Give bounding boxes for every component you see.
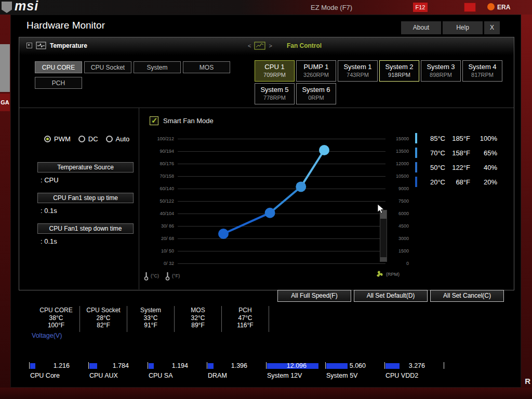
fan-button-cpu-1[interactable]: CPU 1709RPM <box>255 60 295 82</box>
fan-button-system-2[interactable]: System 2918RPM <box>379 60 419 82</box>
temp-name: MOS <box>175 307 221 314</box>
mode-radio-auto[interactable]: Auto <box>106 135 130 143</box>
legend-color-bar <box>415 177 417 187</box>
temp-celsius: 38°C <box>33 314 79 322</box>
voltage-value: 12.096 <box>266 362 307 370</box>
right-axis-tick: 13500 <box>390 149 409 154</box>
fan-rpm-value: 0RPM <box>297 94 336 102</box>
action-button-all-set-cancel-c[interactable]: All Set Cancel(C) <box>430 290 504 302</box>
fan-button-system-6[interactable]: System 60RPM <box>296 83 336 104</box>
fan-control-section-header: < > Fan Control <box>248 42 322 50</box>
temp-fahrenheit: 100°F <box>33 322 79 329</box>
temp-tab-system[interactable]: System <box>134 61 181 73</box>
fan-name: CPU 1 <box>255 62 294 71</box>
temp-tab-cpu-core[interactable]: CPU CORE <box>35 61 82 73</box>
bios-left-edge: GA <box>0 15 10 399</box>
fan-button-system-5[interactable]: System 5778RPM <box>255 83 295 104</box>
setting-button-cpu-fan1-step-down-time[interactable]: CPU Fan1 step down time <box>37 223 134 234</box>
temp-tab-pch[interactable]: PCH <box>35 77 82 89</box>
radio-circle-icon <box>78 136 85 142</box>
temperature-readout-mos: MOS32°C89°F <box>175 306 222 332</box>
voltage-name: CPU AUX <box>89 372 118 379</box>
fan-curve-segment <box>223 213 270 234</box>
mode-radio-pwm[interactable]: PWM <box>44 135 71 143</box>
temperature-section-title: Temperature <box>50 42 87 49</box>
bios-right-edge: R <box>521 15 532 399</box>
left-axis-tick: 30/ 86 <box>149 223 174 229</box>
about-button[interactable]: About <box>401 21 441 34</box>
fan-button-system-4[interactable]: System 4817RPM <box>462 60 502 82</box>
temperature-readout-cpu-core: CPU CORE38°C100°F <box>33 306 80 332</box>
language-label[interactable]: ERA <box>497 4 510 11</box>
temperature-section-header: Temperature <box>26 42 87 49</box>
temp-celsius: 47°C <box>222 314 269 322</box>
fan-curve-point[interactable] <box>296 181 306 192</box>
horizontal-divider <box>19 108 514 108</box>
fan-curve-point[interactable] <box>218 229 229 239</box>
temp-fahrenheit: 82°F <box>80 322 127 329</box>
dialog-title: Hardware Monitor <box>26 20 105 31</box>
right-axis-tick: 15000 <box>390 136 409 141</box>
temp-fahrenheit: 89°F <box>175 322 221 329</box>
fan-curve-segment <box>270 187 301 212</box>
voltage-name: CPU VDD2 <box>385 372 418 379</box>
thermometer-icon <box>165 271 170 281</box>
temperature-graph-icon <box>36 42 46 49</box>
voltage-readouts: 1.216CPU Core1.784CPU AUX1.194CPU SA1.39… <box>29 362 447 383</box>
fan-mode-radio-group: PWMDCAuto <box>44 135 129 143</box>
radio-label: Auto <box>116 135 130 143</box>
chevron-right-icon[interactable]: > <box>269 43 272 49</box>
smart-fan-label: Smart Fan Mode <box>163 117 214 125</box>
chart-gridline <box>178 263 385 264</box>
left-axis-tick: 70/158 <box>149 174 174 179</box>
action-button-all-set-default-d[interactable]: All Set Default(D) <box>354 290 428 302</box>
setting-button-temperature-source[interactable]: Temperature Source <box>37 162 134 172</box>
left-axis-tick: 20/ 68 <box>149 236 174 241</box>
temp-fahrenheit: 116°F <box>222 322 269 329</box>
radio-label: DC <box>88 135 98 143</box>
legend-fahrenheit: 185°F <box>445 135 470 142</box>
fan-curve-segment <box>301 150 324 187</box>
right-axis-tick: 1500 <box>390 248 409 254</box>
flag-icon[interactable] <box>464 3 476 12</box>
screenshot-f12-button[interactable]: F12 <box>413 3 428 12</box>
voltage-name: System 12V <box>267 372 302 379</box>
close-button[interactable]: X <box>484 21 500 34</box>
msi-shield-icon <box>2 2 12 13</box>
fan-name: System 3 <box>421 62 460 71</box>
fan-button-pump-1[interactable]: PUMP 13260RPM <box>296 60 336 82</box>
fan-buttons-grid: CPU 1709RPMPUMP 13260RPMSystem 1743RPMSy… <box>255 60 507 106</box>
fan-curve-point[interactable] <box>319 145 329 155</box>
right-axis-tick: 0 <box>390 261 409 266</box>
section-box-icon <box>26 43 32 48</box>
setting-button-cpu-fan1-step-up-time[interactable]: CPU Fan1 step up time <box>37 193 134 203</box>
legend-duty: 20% <box>474 178 497 186</box>
rpm-axis-unit: (RPM) <box>376 270 400 278</box>
temperature-readout-cpu-socket: CPU Socket28°C82°F <box>80 306 127 332</box>
voltage-cell-cpu-sa: 1.194CPU SA <box>148 362 207 383</box>
mode-radio-dc[interactable]: DC <box>78 135 98 143</box>
chevron-left-icon[interactable]: < <box>248 43 251 49</box>
fan-name: System 5 <box>255 85 294 94</box>
fan-button-system-3[interactable]: System 3898RPM <box>421 60 461 82</box>
voltage-value: 1.784 <box>88 362 129 370</box>
temp-name: CPU Socket <box>80 307 127 314</box>
help-button[interactable]: Help <box>443 21 483 34</box>
action-button-all-full-speed-f[interactable]: All Full Speed(F) <box>277 290 351 302</box>
ez-mode-button[interactable]: EZ Mode (F7) <box>311 4 352 11</box>
temp-tab-cpu-socket[interactable]: CPU Socket <box>84 61 131 73</box>
legend-fahrenheit: 158°F <box>445 149 470 157</box>
rpm-slider[interactable] <box>380 210 387 262</box>
fan-button-system-1[interactable]: System 1743RPM <box>338 60 378 82</box>
fan-rpm-value: 3260RPM <box>297 71 336 79</box>
temperature-readouts: CPU CORE38°C100°FCPU Socket28°C82°FSyste… <box>33 306 269 332</box>
legend-celsius: 50°C <box>424 164 445 171</box>
temp-tab-mos[interactable]: MOS <box>183 61 230 73</box>
legend-row: 85°C185°F100% <box>415 131 497 145</box>
fan-curve-point[interactable] <box>265 208 275 218</box>
language-globe-icon[interactable] <box>487 3 495 10</box>
fan-name: System 6 <box>297 85 336 94</box>
voltage-cell-dram: 1.396DRAM <box>207 362 266 383</box>
background-panel-fragment <box>0 44 10 92</box>
smart-fan-checkbox[interactable] <box>150 116 158 125</box>
